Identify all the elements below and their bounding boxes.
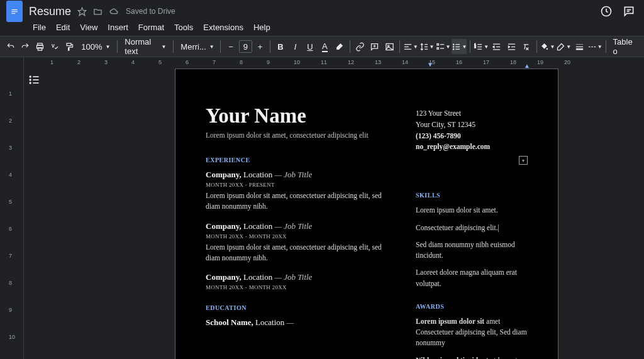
skill-item: Laoreet dolore magna aliquam erat volutp… <box>416 267 528 289</box>
add-comment-icon[interactable] <box>368 39 381 54</box>
menu-help[interactable]: Help <box>250 21 274 33</box>
svg-point-25 <box>453 43 455 45</box>
align-icon[interactable]: ▼ <box>403 39 418 54</box>
print-icon[interactable] <box>33 39 47 54</box>
checklist-icon[interactable]: ▼ <box>436 39 451 54</box>
svg-point-26 <box>453 46 455 48</box>
menu-format[interactable]: Format <box>135 21 168 33</box>
title-bar: Resume Saved to Drive <box>0 0 644 20</box>
job-dates: MONTH 20XX - MONTH 20XX <box>206 233 396 240</box>
svg-rect-21 <box>436 43 438 45</box>
toolbar: 100%▼ Normal text▼ Merri...▼ − 9 + B I U… <box>0 36 644 57</box>
font-select[interactable]: Merri...▼ <box>177 39 217 54</box>
contact-block: 123 Your Street Your City, ST 12345 (123… <box>416 104 528 153</box>
svg-point-50 <box>30 79 31 80</box>
section-experience: EXPERIENCE <box>206 157 396 163</box>
vertical-ruler[interactable]: 1 2 3 4 5 6 7 8 9 10 11 <box>0 69 24 359</box>
menu-extensions[interactable]: Extensions <box>199 21 247 33</box>
border-dash-icon[interactable]: ▼ <box>587 39 602 54</box>
svg-text:2: 2 <box>475 45 477 48</box>
highlight-icon[interactable] <box>333 39 346 54</box>
insert-image-icon[interactable] <box>382 39 396 54</box>
svg-rect-29 <box>456 46 460 47</box>
job-dates: MONTH 20XX - MONTH 20XX <box>206 284 396 290</box>
skill-item: Consectetuer adipiscing elit.| <box>416 223 528 233</box>
job-header: Company, Location — Job Title <box>206 170 396 180</box>
school-header: School Name, Location — <box>206 318 396 328</box>
clear-format-icon[interactable] <box>519 39 533 54</box>
underline-icon[interactable]: U <box>303 39 316 54</box>
move-folder-icon[interactable] <box>93 7 103 16</box>
section-education: EDUCATION <box>206 304 396 311</box>
menu-edit[interactable]: Edit <box>52 21 74 33</box>
comment-icon[interactable] <box>623 5 635 18</box>
svg-point-51 <box>30 82 31 84</box>
bulleted-list-icon[interactable]: ▼ <box>452 39 467 54</box>
svg-rect-22 <box>436 47 438 49</box>
svg-point-49 <box>30 76 31 77</box>
save-status: Saved to Drive <box>126 7 175 16</box>
menu-view[interactable]: View <box>76 21 101 33</box>
horizontal-ruler[interactable]: 1 2 3 4 5 6 7 8 9 10 11 12 13 14 15 16 1… <box>24 57 644 69</box>
section-skills: SKILLS <box>416 192 528 199</box>
docs-logo[interactable] <box>6 1 23 22</box>
paint-format-icon[interactable] <box>63 39 76 54</box>
numbered-list-icon[interactable]: 12▼ <box>474 39 489 54</box>
svg-rect-28 <box>456 44 460 45</box>
border-color-icon[interactable]: ▼ <box>556 39 571 54</box>
cloud-saved-icon[interactable] <box>109 7 119 16</box>
font-size-input[interactable]: 9 <box>239 40 252 53</box>
style-select[interactable]: Normal text▼ <box>121 39 170 54</box>
undo-icon[interactable] <box>4 39 17 54</box>
italic-icon[interactable]: I <box>289 39 302 54</box>
document-page[interactable]: ▾ Your Name Lorem ipsum dolor sit amet, … <box>175 69 558 359</box>
border-width-icon[interactable] <box>572 39 586 54</box>
svg-rect-2 <box>11 13 15 14</box>
font-size-decrease-icon[interactable]: − <box>224 39 237 54</box>
redo-icon[interactable] <box>18 39 31 54</box>
menu-insert[interactable]: Insert <box>104 21 132 33</box>
job-header: Company, Location — Job Title <box>206 272 396 282</box>
menu-tools[interactable]: Tools <box>170 21 197 33</box>
svg-rect-10 <box>67 43 71 45</box>
history-icon[interactable] <box>600 5 613 18</box>
document-canvas[interactable]: ▾ Your Name Lorem ipsum dolor sit amet, … <box>24 69 644 359</box>
svg-marker-3 <box>78 8 86 16</box>
resume-tagline: Lorem ipsum dolor sit amet, consectetuer… <box>206 131 396 139</box>
job-body: Lorem ipsum dolor sit amet, consectetuer… <box>206 191 396 213</box>
svg-rect-1 <box>11 11 17 12</box>
decrease-indent-icon[interactable] <box>490 39 503 54</box>
svg-point-42 <box>547 48 548 50</box>
font-size-increase-icon[interactable]: + <box>253 39 267 54</box>
svg-rect-0 <box>11 9 17 10</box>
spellcheck-icon[interactable] <box>48 39 61 54</box>
resume-name: Your Name <box>206 104 396 128</box>
outline-toggle-icon[interactable] <box>28 74 40 86</box>
job-body: Lorem ipsum dolor sit amet, consectetuer… <box>206 242 396 264</box>
horizontal-ruler-row: 1 2 3 4 5 6 7 8 9 10 11 12 13 14 15 16 1… <box>0 57 644 69</box>
insert-link-icon[interactable] <box>353 39 366 54</box>
skill-item: Sed diam nonummy nibh euismod tincidunt. <box>416 240 528 262</box>
cell-fill-icon[interactable]: ▼ <box>540 39 555 54</box>
skill-item: Lorem ipsum dolor sit amet. <box>416 205 528 216</box>
svg-rect-30 <box>456 48 460 49</box>
line-spacing-icon[interactable]: ▼ <box>419 39 435 54</box>
text-color-icon[interactable]: A <box>318 39 331 54</box>
indent-marker-icon[interactable]: ▼ <box>427 61 433 68</box>
workspace: 1 2 3 4 5 6 7 8 9 10 11 ▾ Your Name Lore… <box>0 69 644 359</box>
right-indent-marker-icon[interactable]: ▲ <box>524 62 530 69</box>
section-awards: AWARDS <box>416 303 528 310</box>
bold-icon[interactable]: B <box>274 39 287 54</box>
table-options-widget-icon[interactable]: ▾ <box>519 156 528 165</box>
job-header: Company, Location — Job Title <box>206 221 396 231</box>
table-options[interactable]: Table o <box>609 39 640 54</box>
menu-file[interactable]: File <box>29 21 50 33</box>
zoom-select[interactable]: 100%▼ <box>77 39 114 54</box>
job-dates: MONTH 20XX - PRESENT <box>206 182 396 188</box>
award-item: Nibh euismod tincidunt ut laoreet dolore… <box>416 355 528 360</box>
award-item: Lorem ipsum dolor sit amet Consectetuer … <box>416 316 528 349</box>
increase-indent-icon[interactable] <box>505 39 518 54</box>
star-icon[interactable] <box>77 7 87 16</box>
document-title[interactable]: Resume <box>29 5 71 18</box>
menu-bar: File Edit View Insert Format Tools Exten… <box>0 20 644 36</box>
